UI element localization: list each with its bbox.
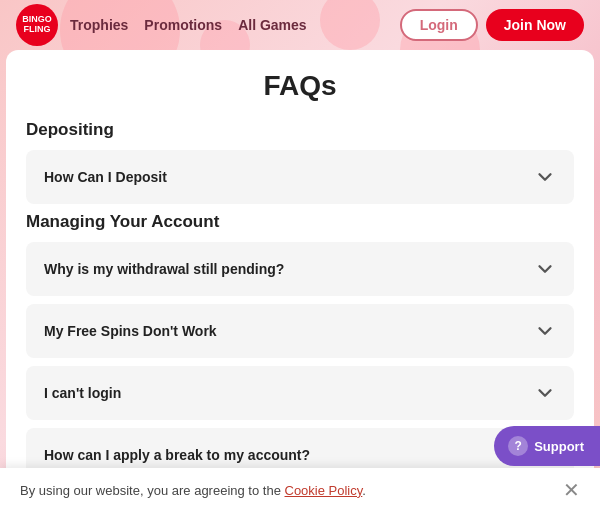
cookie-period: . <box>362 483 366 498</box>
faq-label-break: How can I apply a break to my account? <box>44 447 310 463</box>
section-managing: Managing Your Account Why is my withdraw… <box>26 212 574 512</box>
nav-actions: Login Join Now <box>400 9 584 41</box>
nav-all-games[interactable]: All Games <box>238 17 306 33</box>
cookie-text: By using our website, you are agreeing t… <box>20 483 366 498</box>
chevron-icon-cant-login <box>534 382 556 404</box>
join-now-button[interactable]: Join Now <box>486 9 584 41</box>
faq-item-free-spins[interactable]: My Free Spins Don't Work <box>26 304 574 358</box>
login-button[interactable]: Login <box>400 9 478 41</box>
chevron-icon-free-spins <box>534 320 556 342</box>
faq-label-deposit: How Can I Deposit <box>44 169 167 185</box>
faq-label-free-spins: My Free Spins Don't Work <box>44 323 217 339</box>
support-label: Support <box>534 439 584 454</box>
cookie-policy-link[interactable]: Cookie Policy <box>285 483 363 498</box>
support-icon: ? <box>508 436 528 456</box>
section-depositing: Depositing How Can I Deposit <box>26 120 574 204</box>
faq-label-withdrawal: Why is my withdrawal still pending? <box>44 261 284 277</box>
section-heading-depositing: Depositing <box>26 120 574 140</box>
nav-promotions[interactable]: Promotions <box>144 17 222 33</box>
support-button[interactable]: ? Support <box>494 426 600 466</box>
cookie-text-prefix: By using our website, you are agreeing t… <box>20 483 285 498</box>
nav-links: Trophies Promotions All Games <box>70 17 400 33</box>
chevron-icon-deposit <box>534 166 556 188</box>
faq-item-withdrawal[interactable]: Why is my withdrawal still pending? <box>26 242 574 296</box>
faq-label-cant-login: I can't login <box>44 385 121 401</box>
support-icon-label: ? <box>515 439 522 453</box>
nav-trophies[interactable]: Trophies <box>70 17 128 33</box>
section-heading-managing: Managing Your Account <box>26 212 574 232</box>
chevron-icon-withdrawal <box>534 258 556 280</box>
cookie-close-button[interactable]: ✕ <box>563 478 580 502</box>
faq-item-deposit[interactable]: How Can I Deposit <box>26 150 574 204</box>
page-title: FAQs <box>26 70 574 102</box>
faq-item-cant-login[interactable]: I can't login <box>26 366 574 420</box>
navbar: BINGOFLING Trophies Promotions All Games… <box>0 0 600 50</box>
cookie-banner: By using our website, you are agreeing t… <box>0 468 600 512</box>
logo[interactable]: BINGOFLING <box>16 4 58 46</box>
